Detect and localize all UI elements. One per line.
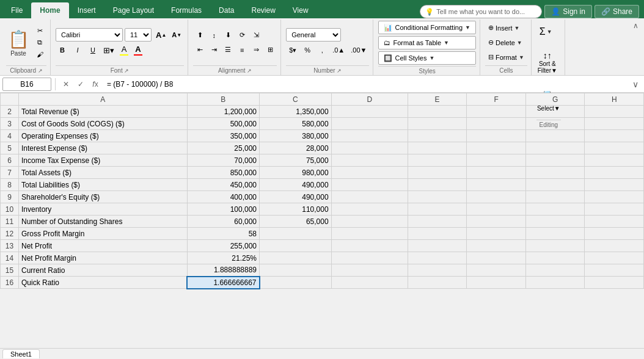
number-format-dropdown[interactable]: General [286, 28, 341, 42]
cell-b[interactable]: 350,000 [187, 130, 259, 142]
cell-f[interactable] [467, 252, 525, 264]
cell-e[interactable] [408, 264, 467, 277]
cell-g[interactable] [525, 240, 585, 252]
cell-a[interactable]: Net Profit [19, 240, 188, 252]
cell-e[interactable] [408, 130, 467, 142]
cell-d[interactable] [331, 142, 408, 154]
cell-e[interactable] [408, 277, 467, 289]
bottom-align-button[interactable]: ⬇ [221, 29, 235, 42]
cell-b[interactable]: 100,000 [187, 203, 259, 216]
cell-a[interactable]: Interest Expense ($) [19, 142, 188, 154]
cell-a[interactable]: Operating Expenses ($) [19, 130, 188, 142]
cell-c[interactable]: 580,000 [260, 118, 332, 130]
cell-e[interactable] [408, 167, 467, 179]
tab-home[interactable]: Home [31, 2, 68, 18]
cell-d[interactable] [331, 203, 408, 216]
cell-a[interactable]: Quick Ratio [19, 277, 188, 289]
cell-h[interactable] [585, 252, 644, 264]
increase-font-button[interactable]: A▲ [153, 28, 169, 42]
cell-d[interactable] [331, 228, 408, 240]
cell-a[interactable]: Shareholder's Equity ($) [19, 191, 188, 203]
col-header-b[interactable]: B [187, 93, 259, 106]
cell-f[interactable] [467, 130, 525, 142]
cell-h[interactable] [585, 203, 644, 216]
cell-c[interactable]: 1,350,000 [260, 106, 332, 118]
cell-c[interactable]: 490,000 [260, 179, 332, 191]
cell-b[interactable]: 400,000 [187, 191, 259, 203]
cell-c[interactable] [260, 264, 332, 277]
cell-a[interactable]: Inventory [19, 203, 188, 216]
cell-c[interactable] [260, 277, 332, 289]
cell-h[interactable] [585, 240, 644, 252]
cell-h[interactable] [585, 154, 644, 167]
cell-b[interactable]: 60,000 [187, 216, 259, 228]
cell-h[interactable] [585, 191, 644, 203]
cell-b[interactable]: 1.666666667 [187, 277, 259, 289]
merge-center-button[interactable]: ⊞ [263, 43, 277, 57]
cell-e[interactable] [408, 179, 467, 191]
col-header-e[interactable]: E [408, 93, 467, 106]
confirm-formula-button[interactable]: ✓ [74, 78, 87, 91]
cell-f[interactable] [467, 277, 525, 289]
tab-file[interactable]: File [2, 2, 31, 18]
cell-g[interactable] [525, 118, 585, 130]
insert-button[interactable]: ⊕ Insert ▼ [485, 21, 527, 35]
cell-g[interactable] [525, 130, 585, 142]
cell-f[interactable] [467, 228, 525, 240]
cell-e[interactable] [408, 191, 467, 203]
increase-indent-button[interactable]: ⇥ [207, 43, 221, 57]
cell-d[interactable] [331, 167, 408, 179]
cell-b[interactable]: 850,000 [187, 167, 259, 179]
cell-g[interactable] [525, 154, 585, 167]
cell-f[interactable] [467, 264, 525, 277]
cell-e[interactable] [408, 142, 467, 154]
tab-data[interactable]: Data [210, 2, 243, 18]
comma-button[interactable]: , [315, 43, 329, 57]
cell-e[interactable] [408, 154, 467, 167]
wrap-text-button[interactable]: ⇲ [249, 29, 263, 42]
cell-a[interactable]: Number of Outstanding Shares [19, 216, 188, 228]
cell-a[interactable]: Net Profit Margin [19, 252, 188, 264]
format-as-table-button[interactable]: 🗂 Format as Table ▼ [378, 36, 476, 49]
delete-button[interactable]: ⊖ Delete ▼ [485, 36, 527, 49]
cell-g[interactable] [525, 277, 585, 289]
bold-button[interactable]: B [56, 43, 69, 57]
tab-formulas[interactable]: Formulas [163, 2, 210, 18]
cell-c[interactable]: 380,000 [260, 130, 332, 142]
cell-f[interactable] [467, 142, 525, 154]
decrease-font-button[interactable]: A▼ [169, 28, 184, 42]
cell-g[interactable] [525, 106, 585, 118]
cell-c[interactable]: 65,000 [260, 216, 332, 228]
left-align-button[interactable]: ☰ [221, 43, 235, 57]
underline-button[interactable]: U [86, 43, 100, 57]
cell-g[interactable] [525, 203, 585, 216]
cell-g[interactable] [525, 228, 585, 240]
cell-b[interactable]: 25,000 [187, 142, 259, 154]
cell-c[interactable] [260, 240, 332, 252]
cell-f[interactable] [467, 203, 525, 216]
col-header-g[interactable]: G [525, 93, 585, 106]
cell-g[interactable] [525, 191, 585, 203]
cell-c[interactable]: 110,000 [260, 203, 332, 216]
orientation-button[interactable]: ⟳ [235, 29, 249, 42]
cell-e[interactable] [408, 216, 467, 228]
cell-a[interactable]: Cost of Goods Sold (COGS) ($) [19, 118, 188, 130]
cell-f[interactable] [467, 191, 525, 203]
cell-b[interactable]: 500,000 [187, 118, 259, 130]
cell-d[interactable] [331, 179, 408, 191]
cell-g[interactable] [525, 179, 585, 191]
formula-expand-button[interactable]: ∨ [629, 78, 642, 90]
cell-b[interactable]: 1,200,000 [187, 106, 259, 118]
cell-h[interactable] [585, 118, 644, 130]
cell-h[interactable] [585, 142, 644, 154]
center-align-button[interactable]: ≡ [235, 43, 249, 57]
cell-b[interactable]: 255,000 [187, 240, 259, 252]
cancel-formula-button[interactable]: ✕ [59, 78, 73, 91]
cell-e[interactable] [408, 252, 467, 264]
italic-button[interactable]: I [71, 43, 84, 57]
font-color-button[interactable]: A [132, 43, 144, 57]
cell-h[interactable] [585, 106, 644, 118]
cell-f[interactable] [467, 240, 525, 252]
cell-d[interactable] [331, 154, 408, 167]
cell-h[interactable] [585, 277, 644, 289]
